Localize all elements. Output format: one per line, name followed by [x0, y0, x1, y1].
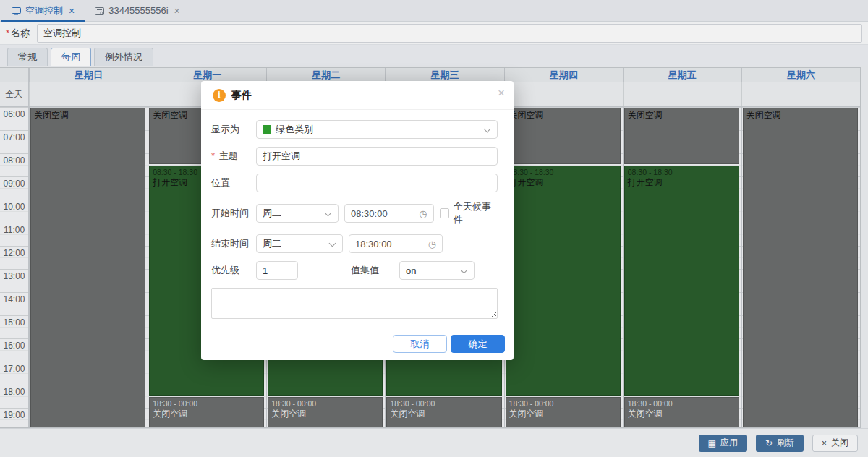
start-day-value: 周二: [263, 207, 281, 220]
priority-input[interactable]: [256, 261, 298, 280]
dialog-footer: 取消 确定: [201, 328, 514, 360]
start-time-value: 08:30:00: [351, 208, 388, 219]
chevron-down-icon: [484, 126, 491, 133]
dialog-body: 显示为 绿色类别 * 主题 位置 开始时间 周二: [201, 110, 514, 328]
clock-icon: ◷: [419, 208, 427, 219]
start-time-input[interactable]: 08:30:00 ◷: [344, 204, 433, 223]
air-conditioner-control-window: 空调控制 × 33445555556i × * 名称 常规 每周 例外情况 星期…: [0, 0, 868, 457]
clock-icon: ◷: [428, 239, 436, 249]
end-time-input[interactable]: 18:30:00 ◷: [349, 234, 443, 253]
allday-checkbox-label: 全天候事件: [454, 200, 498, 226]
display-as-value: 绿色类别: [276, 123, 313, 136]
info-icon: i: [213, 89, 226, 102]
dialog-close-icon[interactable]: ×: [498, 87, 505, 99]
start-time-label: 开始时间: [211, 207, 256, 220]
dialog-header: i 事件 ×: [201, 81, 514, 110]
chevron-down-icon: [325, 210, 332, 217]
ok-button[interactable]: 确定: [451, 335, 505, 353]
location-input[interactable]: [256, 174, 498, 192]
location-label: 位置: [211, 176, 256, 189]
dialog-title: 事件: [231, 89, 252, 102]
end-day-select[interactable]: 周二: [256, 234, 343, 253]
allday-checkbox[interactable]: [440, 208, 449, 218]
value-set-value: on: [406, 265, 416, 276]
cancel-button[interactable]: 取消: [393, 335, 447, 353]
note-textarea[interactable]: [211, 288, 498, 319]
value-set-label: 值集值: [351, 264, 379, 277]
priority-label: 优先级: [211, 264, 256, 277]
event-dialog: i 事件 × 显示为 绿色类别 * 主题 位置 开: [201, 81, 514, 360]
category-color-swatch: [263, 125, 271, 134]
chevron-down-icon: [461, 267, 468, 274]
end-day-value: 周二: [263, 237, 281, 250]
start-day-select[interactable]: 周二: [256, 204, 339, 223]
end-time-label: 结束时间: [211, 237, 256, 250]
subject-label: * 主题: [211, 150, 256, 163]
chevron-down-icon: [329, 240, 336, 247]
display-as-label: 显示为: [211, 123, 256, 136]
display-as-select[interactable]: 绿色类别: [256, 120, 498, 139]
end-time-value: 18:30:00: [355, 239, 392, 249]
value-set-select[interactable]: on: [399, 261, 475, 280]
required-asterisk: *: [211, 150, 215, 161]
subject-input[interactable]: [256, 147, 498, 166]
